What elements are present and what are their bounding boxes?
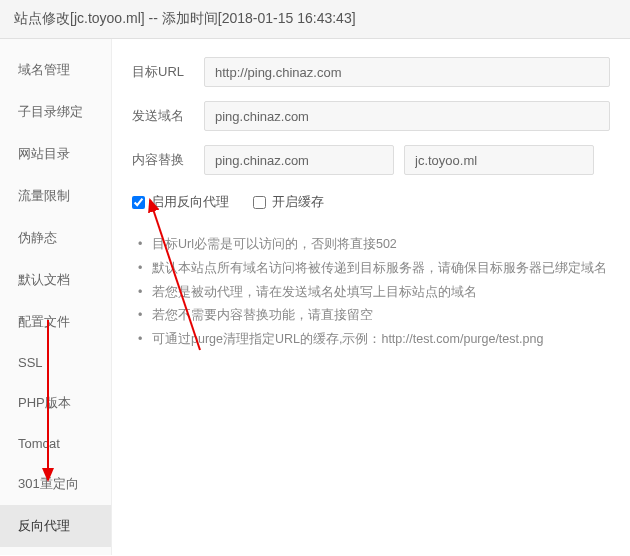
row-send-domain: 发送域名 [132, 101, 610, 131]
label-send-domain: 发送域名 [132, 107, 204, 125]
sidebar-item-default-doc[interactable]: 默认文档 [0, 259, 111, 301]
input-target-url[interactable] [204, 57, 610, 87]
main-panel: 目标URL 发送域名 内容替换 启用反向代理 开启缓存 目标Url必需是可以访问… [112, 39, 630, 555]
checkbox-enable-cache-input[interactable] [253, 196, 266, 209]
input-send-domain[interactable] [204, 101, 610, 131]
sidebar-item-hotlink[interactable]: 防盗链 [0, 547, 111, 556]
tip-item: 若您是被动代理，请在发送域名处填写上目标站点的域名 [138, 281, 610, 305]
sidebar: 域名管理 子目录绑定 网站目录 流量限制 伪静态 默认文档 配置文件 SSL P… [0, 39, 112, 555]
checkbox-enable-proxy-input[interactable] [132, 196, 145, 209]
checkbox-enable-cache-label: 开启缓存 [272, 193, 324, 211]
checkbox-enable-cache[interactable]: 开启缓存 [253, 193, 324, 211]
sidebar-item-subdir[interactable]: 子目录绑定 [0, 91, 111, 133]
sidebar-item-rewrite[interactable]: 伪静态 [0, 217, 111, 259]
sidebar-item-webroot[interactable]: 网站目录 [0, 133, 111, 175]
sidebar-item-traffic[interactable]: 流量限制 [0, 175, 111, 217]
sidebar-item-config[interactable]: 配置文件 [0, 301, 111, 343]
tips-list: 目标Url必需是可以访问的，否则将直接502 默认本站点所有域名访问将被传递到目… [132, 233, 610, 352]
sidebar-item-domain[interactable]: 域名管理 [0, 49, 111, 91]
row-content-replace: 内容替换 [132, 145, 610, 175]
tip-item: 若您不需要内容替换功能，请直接留空 [138, 304, 610, 328]
sidebar-item-redirect[interactable]: 301重定向 [0, 463, 111, 505]
sidebar-item-php[interactable]: PHP版本 [0, 382, 111, 424]
sidebar-item-reverse-proxy[interactable]: 反向代理 [0, 505, 111, 547]
input-replace-to[interactable] [404, 145, 594, 175]
tip-item: 默认本站点所有域名访问将被传递到目标服务器，请确保目标服务器已绑定域名 [138, 257, 610, 281]
row-target-url: 目标URL [132, 57, 610, 87]
checkbox-enable-proxy[interactable]: 启用反向代理 [132, 193, 229, 211]
tip-item: 目标Url必需是可以访问的，否则将直接502 [138, 233, 610, 257]
sidebar-item-tomcat[interactable]: Tomcat [0, 424, 111, 463]
label-target-url: 目标URL [132, 63, 204, 81]
sidebar-item-ssl[interactable]: SSL [0, 343, 111, 382]
main-container: 域名管理 子目录绑定 网站目录 流量限制 伪静态 默认文档 配置文件 SSL P… [0, 39, 630, 555]
checkbox-row: 启用反向代理 开启缓存 [132, 193, 610, 211]
checkbox-enable-proxy-label: 启用反向代理 [151, 193, 229, 211]
label-content-replace: 内容替换 [132, 151, 204, 169]
input-replace-from[interactable] [204, 145, 394, 175]
page-title: 站点修改[jc.toyoo.ml] -- 添加时间[2018-01-15 16:… [0, 0, 630, 39]
tip-item: 可通过purge清理指定URL的缓存,示例：http://test.com/pu… [138, 328, 610, 352]
